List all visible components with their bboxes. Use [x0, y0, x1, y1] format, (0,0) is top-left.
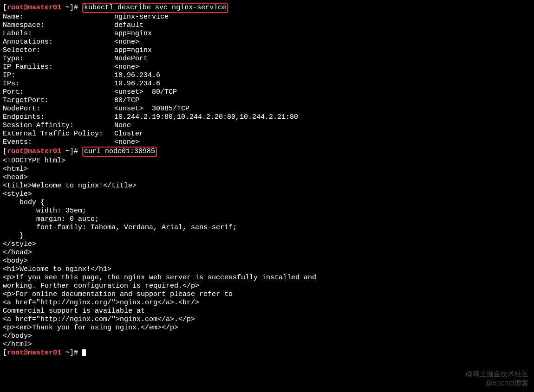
prompt-user: root@master01: [7, 349, 61, 357]
prompt-path: ~: [65, 148, 70, 155]
svc-row: Annotations:<none>: [3, 38, 531, 46]
output-line: </head>: [3, 249, 531, 257]
output-line: <h1>Welcome to nginx!</h1>: [3, 265, 531, 274]
prompt-user: root@master01: [7, 148, 61, 155]
svc-row: Events:<none>: [3, 138, 531, 147]
watermark: @稀土掘金技术社区 @51CTO博客: [466, 369, 528, 387]
svc-row: IPs:10.96.234.6: [3, 80, 531, 88]
output-line: <p>If you see this page, the nginx web s…: [3, 274, 531, 282]
svc-row: TargetPort:80/TCP: [3, 96, 531, 105]
command-2: curl node01:30985: [84, 148, 155, 155]
output-line: <body>: [3, 257, 531, 265]
output-line: <html>: [3, 165, 531, 174]
svc-row: Port:<unset> 80/TCP: [3, 88, 531, 96]
output-line: <a href="http://nginx.org/">nginx.org</a…: [3, 299, 531, 307]
output-line: </style>: [3, 240, 531, 249]
output-line: <style>: [3, 190, 531, 199]
output-line: }: [3, 232, 531, 240]
prompt-line-3[interactable]: [root@master01 ~]#: [3, 349, 531, 357]
output-line: </html>: [3, 341, 531, 349]
output-line: font-family: Tahoma, Verdana, Arial, san…: [3, 224, 531, 232]
svc-row: Endpoints:10.244.2.19:80,10.244.2.20:80,…: [3, 113, 531, 122]
svc-row: Namespace:default: [3, 21, 531, 30]
svc-row: IP:10.96.234.6: [3, 71, 531, 80]
output-line: <!DOCTYPE html>: [3, 157, 531, 165]
watermark-line: @51CTO博客: [466, 379, 528, 388]
output-line: working. Further configuration is requir…: [3, 282, 531, 290]
output-line: <title>Welcome to nginx!</title>: [3, 182, 531, 190]
command-1: kubectl describe svc nginx-service: [84, 4, 226, 12]
output-line: </body>: [3, 332, 531, 341]
prompt-line-1[interactable]: [root@master01 ~]# kubectl describe svc …: [3, 3, 531, 13]
output-line: Commercial support is available at: [3, 307, 531, 315]
prompt-path: ~: [65, 4, 70, 12]
output-line: margin: 0 auto;: [3, 215, 531, 224]
svc-row: NodePort:<unset> 30985/TCP: [3, 105, 531, 113]
svc-row: Type:NodePort: [3, 55, 531, 63]
prompt-line-2[interactable]: [root@master01 ~]# curl node01:30985: [3, 147, 531, 157]
output-line: <a href="http://nginx.com/">nginx.com</a…: [3, 315, 531, 324]
highlight-cmd-2: curl node01:30985: [82, 147, 157, 157]
output-line: body {: [3, 199, 531, 207]
prompt-user: root@master01: [7, 4, 61, 12]
cursor-icon: [82, 349, 86, 356]
svc-row: Name:nginx-service: [3, 13, 531, 21]
output-line: <p>For online documentation and support …: [3, 290, 531, 299]
svc-row: Labels:app=nginx: [3, 30, 531, 38]
svc-row: Selector:app=nginx: [3, 46, 531, 55]
prompt-path: ~: [65, 349, 70, 357]
svc-row: IP Families:<none>: [3, 63, 531, 71]
output-line: <head>: [3, 174, 531, 182]
output-line: <p><em>Thank you for using nginx.</em></…: [3, 324, 531, 332]
highlight-cmd-1: kubectl describe svc nginx-service: [82, 3, 228, 13]
watermark-line: @稀土掘金技术社区: [466, 369, 528, 379]
output-line: width: 35em;: [3, 207, 531, 215]
svc-row: Session Affinity:None: [3, 122, 531, 130]
svc-row: External Traffic Policy:Cluster: [3, 130, 531, 138]
